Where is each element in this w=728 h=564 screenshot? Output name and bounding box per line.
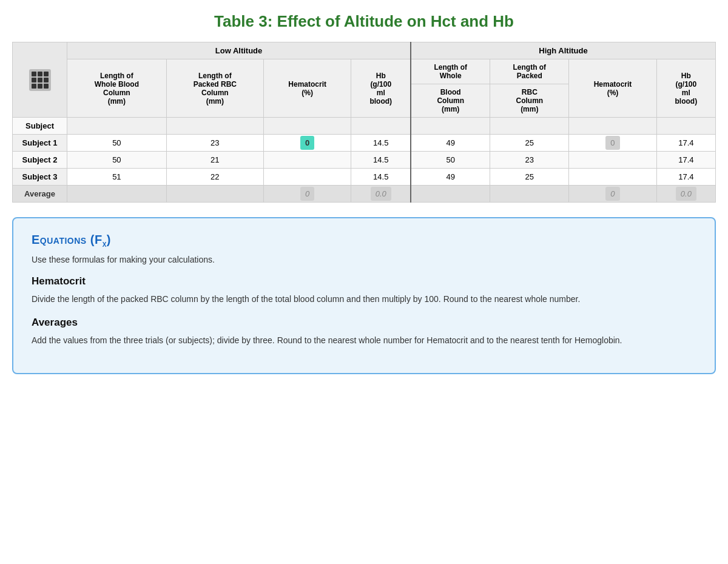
s2-high-whole: 50	[411, 152, 490, 169]
col-high-whole-blood-top: Length ofWhole	[411, 59, 490, 84]
s2-high-hematocrit[interactable]	[569, 152, 656, 169]
table-row: Subject 1 50 23 0 14.5 49 25 0 17.4	[13, 135, 716, 152]
col-high-packed-top: Length ofPacked	[490, 59, 569, 84]
table-row: Subject 3 51 22 14.5 49 25 17.4	[13, 169, 716, 186]
s2-low-packed: 21	[166, 152, 263, 169]
equations-title-sub: x	[103, 239, 107, 249]
s1-high-packed: 25	[490, 135, 569, 152]
s2-low-hematocrit[interactable]	[263, 152, 351, 169]
section-header-row: Low Altitude High Altitude	[13, 42, 716, 59]
equations-title-suffix: )	[107, 233, 111, 246]
s3-high-hb: 17.4	[656, 169, 715, 186]
hematocrit-body: Divide the length of the packed RBC colu…	[32, 292, 696, 306]
equations-title-text: Equations (F	[32, 233, 103, 246]
s1-high-whole: 49	[411, 135, 490, 152]
average-row: Average 0 0.0 0 0.0	[13, 186, 716, 203]
s1-low-whole: 50	[67, 135, 167, 152]
equations-subtitle: Use these formulas for making your calcu…	[32, 255, 696, 264]
s1-low-hematocrit[interactable]: 0	[263, 135, 351, 152]
s3-low-whole: 51	[67, 169, 167, 186]
s2-high-hb: 17.4	[656, 152, 715, 169]
avg-high-hb[interactable]: 0.0	[656, 186, 715, 203]
s3-high-packed: 25	[490, 169, 569, 186]
subject-2-label: Subject 2	[13, 152, 67, 169]
col-high-packed-bot: RBCColumn(mm)	[490, 84, 569, 118]
col-high-hb: Hb(g/100mlblood)	[656, 59, 715, 118]
avg-high-whole	[411, 186, 490, 203]
avg-high-hematocrit[interactable]: 0	[569, 186, 656, 203]
subject-label-row: Subject	[13, 118, 716, 135]
col-high-hematocrit: Hematocrit(%)	[569, 59, 656, 118]
data-table: Low Altitude High Altitude Length ofWhol…	[12, 42, 716, 203]
low-altitude-header: Low Altitude	[67, 42, 411, 59]
calculator-icon-cell	[13, 42, 67, 118]
avg-low-hb[interactable]: 0.0	[351, 186, 411, 203]
average-label: Average	[13, 186, 67, 203]
s3-low-hematocrit[interactable]	[263, 169, 351, 186]
s3-low-hb: 14.5	[351, 169, 411, 186]
averages-section-title: Averages	[32, 317, 696, 329]
averages-body: Add the values from the three trials (or…	[32, 334, 696, 347]
s1-high-hb: 17.4	[656, 135, 715, 152]
high-altitude-header: High Altitude	[411, 42, 715, 59]
s1-high-hematocrit[interactable]: 0	[569, 135, 656, 152]
s2-low-whole: 50	[67, 152, 167, 169]
col-low-hematocrit: Hematocrit(%)	[263, 59, 351, 118]
page-title: Table 3: Effect of Altitude on Hct and H…	[12, 12, 716, 31]
s3-high-hematocrit[interactable]	[569, 169, 656, 186]
col-low-hb: Hb(g/100mlblood)	[351, 59, 411, 118]
calculator-icon	[29, 69, 51, 91]
avg-high-packed	[490, 186, 569, 203]
s1-low-hb: 14.5	[351, 135, 411, 152]
col-low-packed-rbc: Length ofPacked RBCColumn(mm)	[166, 59, 263, 118]
s2-low-hb: 14.5	[351, 152, 411, 169]
hematocrit-section-title: Hematocrit	[32, 275, 696, 287]
equations-box: Equations (Fx) Use these formulas for ma…	[12, 217, 716, 374]
s1-low-packed: 23	[166, 135, 263, 152]
col-low-whole-blood: Length ofWhole BloodColumn(mm)	[67, 59, 167, 118]
s3-low-packed: 22	[166, 169, 263, 186]
subject-3-label: Subject 3	[13, 169, 67, 186]
s3-high-whole: 49	[411, 169, 490, 186]
s2-high-packed: 23	[490, 152, 569, 169]
subject-1-label: Subject 1	[13, 135, 67, 152]
avg-low-hematocrit[interactable]: 0	[263, 186, 351, 203]
subject-label: Subject	[13, 118, 67, 135]
avg-low-whole	[67, 186, 167, 203]
col-header-row: Length ofWhole BloodColumn(mm) Length of…	[13, 59, 716, 84]
table-row: Subject 2 50 21 14.5 50 23 17.4	[13, 152, 716, 169]
equations-title: Equations (Fx)	[32, 233, 696, 249]
col-high-whole-blood-bot: BloodColumn(mm)	[411, 84, 490, 118]
avg-low-packed	[166, 186, 263, 203]
